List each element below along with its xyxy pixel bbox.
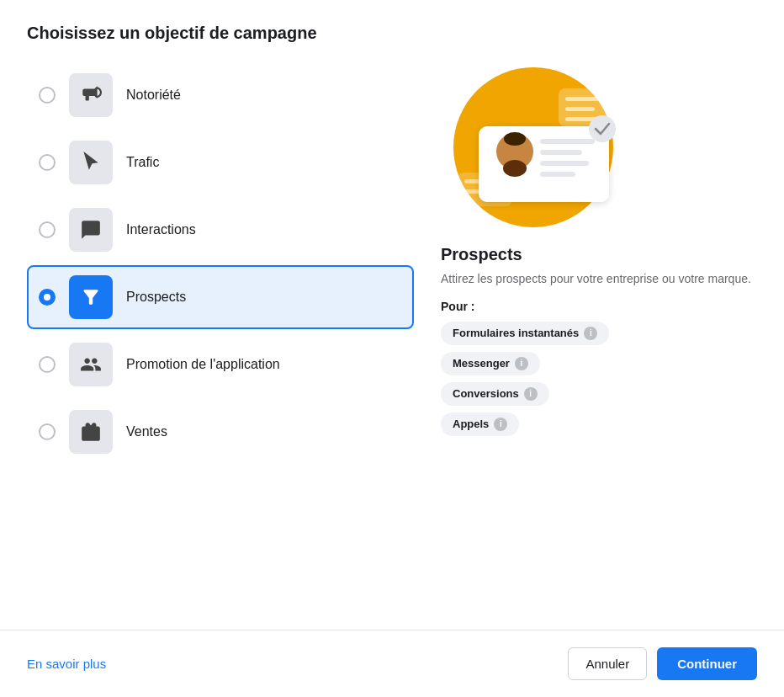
svg-rect-14 — [540, 150, 582, 155]
illustration-svg — [441, 63, 626, 231]
info-icon-formulaires[interactable]: i — [584, 327, 597, 340]
left-panel: Notoriété Trafic — [27, 63, 414, 609]
continue-button[interactable]: Continuer — [657, 647, 757, 680]
radio-prospects — [39, 289, 56, 306]
tags-list: Formulaires instantanés i Messenger i Co… — [441, 322, 609, 436]
tag-appels[interactable]: Appels i — [441, 412, 519, 436]
filter-icon — [69, 275, 113, 319]
modal-title: Choisissez un objectif de campagne — [27, 24, 757, 43]
pour-label: Pour : — [441, 300, 474, 313]
cancel-button[interactable]: Annuler — [568, 647, 647, 680]
briefcase-icon — [69, 410, 113, 454]
option-promotion[interactable]: Promotion de l'application — [27, 333, 414, 396]
svg-rect-3 — [565, 97, 603, 101]
chat-icon — [69, 208, 113, 252]
svg-point-17 — [589, 115, 616, 142]
megaphone-icon — [69, 73, 113, 117]
radio-promotion — [39, 356, 56, 373]
notoriete-label: Notoriété — [126, 88, 181, 103]
prospect-title: Prospects — [441, 245, 522, 264]
radio-trafic — [39, 154, 56, 171]
tag-messenger-label: Messenger — [453, 357, 510, 370]
svg-rect-15 — [540, 161, 589, 166]
svg-rect-13 — [540, 139, 595, 144]
interactions-label: Interactions — [126, 222, 196, 237]
footer-buttons: Annuler Continuer — [568, 647, 757, 680]
option-trafic[interactable]: Trafic — [27, 130, 414, 194]
cursor-icon — [69, 141, 113, 184]
radio-interactions — [39, 221, 56, 238]
ventes-label: Ventes — [126, 424, 167, 439]
modal-container: Choisissez un objectif de campagne Notor… — [0, 0, 784, 609]
tag-conversions-label: Conversions — [453, 387, 519, 400]
modal-footer: En savoir plus Annuler Continuer — [0, 630, 784, 697]
svg-rect-4 — [565, 107, 595, 111]
radio-ventes — [39, 423, 56, 440]
option-prospects[interactable]: Prospects — [27, 265, 414, 329]
learn-more-link[interactable]: En savoir plus — [27, 657, 106, 671]
info-icon-appels[interactable]: i — [494, 418, 507, 431]
tag-appels-label: Appels — [453, 418, 489, 430]
radio-inner — [44, 294, 50, 301]
svg-point-11 — [504, 132, 526, 146]
prospects-label: Prospects — [126, 290, 186, 305]
illustration — [441, 63, 626, 231]
promotion-label: Promotion de l'application — [126, 357, 280, 372]
svg-point-12 — [503, 160, 527, 177]
info-icon-messenger[interactable]: i — [515, 357, 528, 370]
tag-formulaires-label: Formulaires instantanés — [453, 327, 579, 339]
option-interactions[interactable]: Interactions — [27, 198, 414, 262]
tag-formulaires[interactable]: Formulaires instantanés i — [441, 322, 609, 345]
content-area: Notoriété Trafic — [27, 63, 757, 609]
trafic-label: Trafic — [126, 155, 159, 170]
radio-notoriete — [39, 87, 56, 104]
people-icon — [69, 343, 113, 386]
svg-rect-16 — [540, 172, 575, 177]
prospect-desc: Attirez les prospects pour votre entrepr… — [441, 271, 751, 288]
info-icon-conversions[interactable]: i — [524, 387, 538, 401]
tag-conversions[interactable]: Conversions i — [441, 382, 549, 406]
option-notoriete[interactable]: Notoriété — [27, 63, 414, 127]
option-ventes[interactable]: Ventes — [27, 400, 414, 464]
right-panel: Prospects Attirez les prospects pour vot… — [414, 63, 757, 609]
tag-messenger[interactable]: Messenger i — [441, 352, 540, 375]
